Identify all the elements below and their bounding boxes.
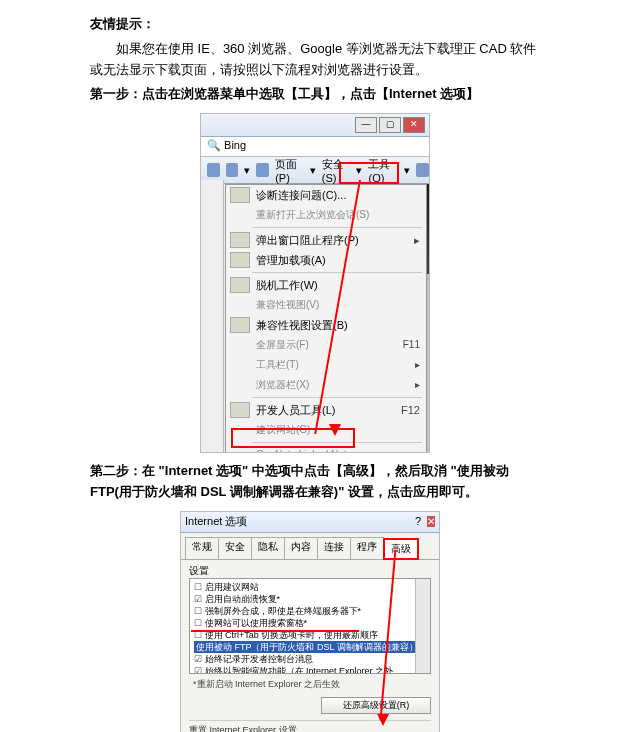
menu-separator <box>252 272 422 273</box>
menu-compat-set[interactable]: 兼容性视图设置(B) <box>226 315 426 335</box>
tools-menu[interactable]: 工具(O) ▾ <box>368 157 410 184</box>
search-bar[interactable]: 🔍 Bing <box>201 137 429 157</box>
menu-separator <box>252 397 422 398</box>
dialog-help-close[interactable]: ?✕ <box>415 515 435 528</box>
close-icon[interactable]: ✕ <box>427 516 435 527</box>
tab-security[interactable]: 安全 <box>218 537 252 559</box>
offline-icon <box>230 277 250 293</box>
compat-icon <box>230 317 250 333</box>
menu-compat-view[interactable]: 兼容性视图(V) <box>226 295 426 315</box>
menu-diagnose[interactable]: 诊断连接问题(C)... <box>226 185 426 205</box>
settings-listbox[interactable]: 启用建议网站 启用自动崩溃恢复* 强制屏外合成，即使是在终端服务器下* 使网站可… <box>189 578 431 674</box>
menu-explorerbars[interactable]: 浏览器栏(X)▸ <box>226 375 426 395</box>
command-bar: ▾ 页面(P) ▾ 安全(S) ▾ 工具(O) ▾ <box>201 157 429 184</box>
addons-icon <box>230 252 250 268</box>
opt-console[interactable]: 始终记录开发者控制台消息 <box>194 653 426 665</box>
highlight-line-ftp <box>191 630 359 632</box>
opt-offscreen[interactable]: 强制屏外合成，即使是在终端服务器下* <box>194 605 426 617</box>
opt-suggested-sites[interactable]: 启用建议网站 <box>194 581 426 593</box>
opt-search-pane[interactable]: 使网站可以使用搜索窗格* <box>194 617 426 629</box>
search-text: Bing <box>224 139 246 151</box>
menu-separator <box>252 442 422 443</box>
menu-offline[interactable]: 脱机工作(W) <box>226 275 426 295</box>
opt-crash-recovery[interactable]: 启用自动崩溃恢复* <box>194 593 426 605</box>
scrollbar[interactable] <box>415 579 430 673</box>
tab-connections[interactable]: 连接 <box>317 537 351 559</box>
feeds-icon[interactable] <box>226 163 239 177</box>
menu-devtools[interactable]: 开发人员工具(L)F12 <box>226 400 426 420</box>
popup-icon <box>230 232 250 248</box>
reset-fieldset: 重置 Internet Explorer 设置 将 Internet Explo… <box>189 720 431 732</box>
restore-adv-button[interactable]: 还原高级设置(R) <box>321 697 431 714</box>
tab-content[interactable]: 内容 <box>284 537 318 559</box>
devtools-icon <box>230 402 250 418</box>
page-menu[interactable]: 页面(P) ▾ <box>275 157 316 184</box>
menu-reopen[interactable]: 重新打开上次浏览会话(S) <box>226 205 426 225</box>
menu-onenote-linked[interactable]: OneNote Linked Notes <box>226 445 426 453</box>
menu-addons[interactable]: 管理加载项(A) <box>226 250 426 270</box>
help-icon[interactable] <box>416 163 429 177</box>
dialog-titlebar: Internet 选项 ?✕ <box>181 512 439 533</box>
menu-fullscreen[interactable]: 全屏显示(F)F11 <box>226 335 426 355</box>
opt-passive-ftp[interactable]: 使用被动 FTP（用于防火墙和 DSL 调制解调器的兼容） <box>194 641 426 653</box>
tab-general[interactable]: 常规 <box>185 537 219 559</box>
minimize-button[interactable]: — <box>355 117 377 133</box>
restart-note: *重新启动 Internet Explorer 之后生效 <box>193 678 431 691</box>
window-titlebar: — ▢ ✕ <box>201 114 429 137</box>
diagnose-icon <box>230 187 250 203</box>
step1: 第一步：点击在浏览器菜单中选取【工具】，点击【Internet 选项】 <box>90 84 546 105</box>
tab-advanced[interactable]: 高级 <box>383 538 419 560</box>
home-icon[interactable] <box>207 163 220 177</box>
tab-strip: 常规 安全 隐私 内容 连接 程序 高级 <box>181 533 439 560</box>
menu-suggest[interactable]: 建议网站(G) <box>226 420 426 440</box>
opt-smartscale[interactable]: 始终以智能缩放功能（在 Internet Explorer 之外 <box>194 665 426 674</box>
dialog-title: Internet 选项 <box>185 514 247 529</box>
menu-toolbars[interactable]: 工具栏(T)▸ <box>226 355 426 375</box>
screenshot-inet-options: Internet 选项 ?✕ 常规 安全 隐私 内容 连接 程序 高级 设置 启… <box>180 511 440 732</box>
tab-privacy[interactable]: 隐私 <box>251 537 285 559</box>
step2: 第二步：在 "Internet 选项" 中选项中点击【高级】，然后取消 "使用被… <box>90 461 546 503</box>
settings-label: 设置 <box>189 564 431 578</box>
left-strip <box>201 180 224 452</box>
menu-separator <box>252 227 422 228</box>
maximize-button[interactable]: ▢ <box>379 117 401 133</box>
dialog-body: 设置 启用建议网站 启用自动崩溃恢复* 强制屏外合成，即使是在终端服务器下* 使… <box>181 560 439 732</box>
tip-title: 友情提示： <box>90 14 546 35</box>
safety-menu[interactable]: 安全(S) ▾ <box>322 157 363 184</box>
menu-popup[interactable]: 弹出窗口阻止程序(P)▸ <box>226 230 426 250</box>
reset-title: 重置 Internet Explorer 设置 <box>189 724 431 732</box>
tab-programs[interactable]: 程序 <box>350 537 384 559</box>
mail-icon[interactable] <box>256 163 269 177</box>
close-button[interactable]: ✕ <box>403 117 425 133</box>
tip-body: 如果您在使用 IE、360 浏览器、Google 等浏览器无法下载理正 CAD … <box>90 39 546 81</box>
screenshot-tools-menu: — ▢ ✕ 🔍 Bing ▾ 页面(P) ▾ 安全(S) ▾ 工具(O) ▾ 诊… <box>200 113 430 453</box>
tools-dropdown: 诊断连接问题(C)... 重新打开上次浏览会话(S) 弹出窗口阻止程序(P)▸ … <box>225 184 427 453</box>
